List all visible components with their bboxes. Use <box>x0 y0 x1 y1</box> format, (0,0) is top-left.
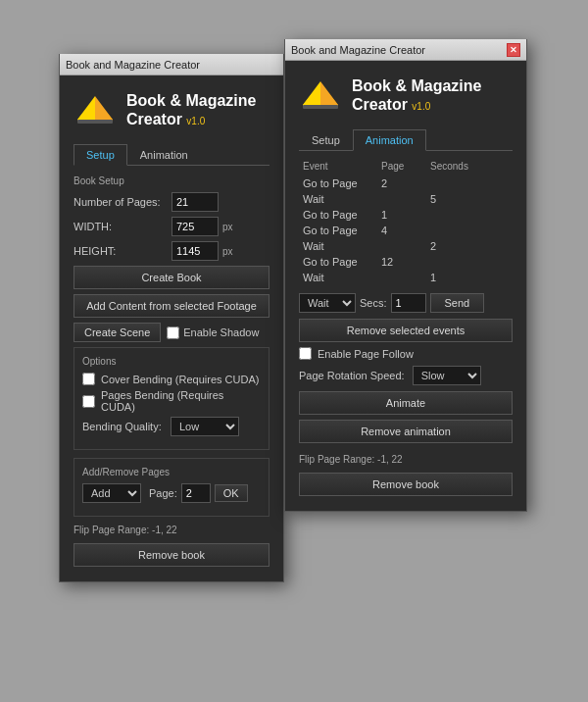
pages-bending-row: Pages Bending (Requires CUDA) <box>82 389 261 413</box>
anim-row-0: Go to Page 2 <box>299 176 513 191</box>
create-scene-button[interactable]: Create Scene <box>74 323 161 342</box>
enable-shadow-label: Enable Shadow <box>167 326 259 339</box>
logo-area-1: Book & Magazine Creator v1.0 <box>74 85 270 134</box>
remove-events-button[interactable]: Remove selected events <box>299 319 513 342</box>
anim-row-6: Wait 1 <box>299 270 513 285</box>
book-icon-2 <box>299 77 342 113</box>
height-input[interactable] <box>172 241 219 261</box>
width-unit: px <box>222 222 233 232</box>
flip-range-2: Flip Page Range: -1, 22 <box>299 454 513 465</box>
options-section: Options Cover Bending (Requires CUDA) Pa… <box>74 347 270 450</box>
secs-label: Secs: <box>360 297 387 309</box>
close-button-2[interactable]: ✕ <box>507 43 520 57</box>
add-remove-section: Add/Remove Pages Add Remove Page: OK <box>74 458 270 517</box>
height-row: HEIGHT: px <box>74 241 270 261</box>
svg-marker-7 <box>303 81 320 105</box>
page-speed-select[interactable]: Slow Medium Fast <box>413 366 481 385</box>
app-title-area-2: Book & Magazine Creator v1.0 <box>352 76 481 114</box>
add-remove-row: Add Remove Page: OK <box>82 483 261 503</box>
book-icon-1 <box>74 92 117 127</box>
flip-range-1: Flip Page Range: -1, 22 <box>74 525 270 535</box>
bending-quality-label: Bending Quality: <box>82 421 171 432</box>
enable-page-follow-checkbox[interactable] <box>299 347 312 360</box>
anim-row-3: Go to Page 4 <box>299 223 513 238</box>
page-speed-row: Page Rotation Speed: Slow Medium Fast <box>299 366 513 385</box>
create-scene-row: Create Scene Enable Shadow <box>74 323 270 342</box>
logo-area-2: Book & Magazine Creator v1.0 <box>299 71 513 120</box>
cover-bending-checkbox[interactable] <box>82 373 95 385</box>
window-1: Book and Magazine Creator Book & Magazin… <box>59 54 284 582</box>
tab-animation-2[interactable]: Animation <box>353 129 426 151</box>
num-pages-label: Number of Pages: <box>74 196 172 208</box>
page-speed-label: Page Rotation Speed: <box>299 370 405 381</box>
title-bar-2: Book and Magazine Creator ✕ <box>285 39 526 61</box>
book-setup-label: Book Setup <box>74 176 270 186</box>
anim-header: Event Page Seconds <box>299 161 513 172</box>
app-title-area-1: Book & Magazine Creator v1.0 <box>126 91 256 128</box>
svg-rect-9 <box>303 105 338 109</box>
secs-input[interactable] <box>391 293 426 313</box>
tab-animation-1[interactable]: Animation <box>127 144 201 166</box>
page-input[interactable] <box>181 483 211 503</box>
app-title-2: Book & Magazine Creator v1.0 <box>352 76 481 114</box>
remove-book-button-2[interactable]: Remove book <box>299 473 513 496</box>
height-label: HEIGHT: <box>74 245 172 257</box>
seconds-col-header: Seconds <box>430 161 489 172</box>
bending-quality-row: Bending Quality: Low Medium High <box>82 417 261 436</box>
options-title: Options <box>82 356 261 367</box>
width-row: WIDTH: px <box>74 217 270 236</box>
event-col-header: Event <box>303 161 381 172</box>
remove-animation-button[interactable]: Remove animation <box>299 420 513 443</box>
animate-button[interactable]: Animate <box>299 391 513 415</box>
window-2: Book and Magazine Creator ✕ Book & Magaz… <box>284 39 527 512</box>
num-pages-row: Number of Pages: <box>74 192 270 212</box>
page-label: Page: <box>149 487 177 499</box>
anim-row-2: Go to Page 1 <box>299 207 513 223</box>
width-input[interactable] <box>172 217 219 236</box>
height-unit: px <box>222 246 233 257</box>
tabs-2: Setup Animation <box>299 129 513 151</box>
tab-setup-1[interactable]: Setup <box>74 144 127 166</box>
anim-row-4: Wait 2 <box>299 238 513 254</box>
enable-page-follow-row: Enable Page Follow <box>299 347 513 360</box>
remove-book-button-1[interactable]: Remove book <box>74 543 270 567</box>
tab-setup-2[interactable]: Setup <box>299 129 353 151</box>
send-row: Wait Go to Page Secs: Send <box>299 293 513 313</box>
action-select[interactable]: Wait Go to Page <box>299 293 356 313</box>
tabs-1: Setup Animation <box>74 144 270 166</box>
svg-marker-2 <box>77 96 95 120</box>
anim-row-1: Wait 5 <box>299 191 513 207</box>
width-label: WIDTH: <box>74 221 172 232</box>
num-pages-input[interactable] <box>172 192 219 212</box>
animation-list: Go to Page 2 Wait 5 Go to Page 1 Go to P… <box>299 176 513 285</box>
title-bar-1: Book and Magazine Creator <box>60 54 283 75</box>
ok-button[interactable]: OK <box>215 484 248 502</box>
add-remove-title: Add/Remove Pages <box>82 467 261 477</box>
app-title-1: Book & Magazine Creator v1.0 <box>126 91 256 128</box>
anim-row-5: Go to Page 12 <box>299 254 513 270</box>
cover-bending-row: Cover Bending (Requires CUDA) <box>82 373 261 385</box>
svg-rect-4 <box>77 120 113 124</box>
title-bar-text-2: Book and Magazine Creator <box>291 44 425 56</box>
add-remove-select[interactable]: Add Remove <box>82 483 141 503</box>
create-book-button[interactable]: Create Book <box>74 266 270 289</box>
title-bar-text-1: Book and Magazine Creator <box>66 59 200 71</box>
bending-quality-select[interactable]: Low Medium High <box>171 417 239 436</box>
page-col-header: Page <box>381 161 430 172</box>
add-content-button[interactable]: Add Content from selected Footage <box>74 294 270 318</box>
send-button[interactable]: Send <box>430 293 485 313</box>
svg-marker-3 <box>95 96 113 120</box>
pages-bending-checkbox[interactable] <box>82 395 95 408</box>
svg-marker-8 <box>320 81 338 105</box>
enable-shadow-checkbox[interactable] <box>167 326 179 339</box>
